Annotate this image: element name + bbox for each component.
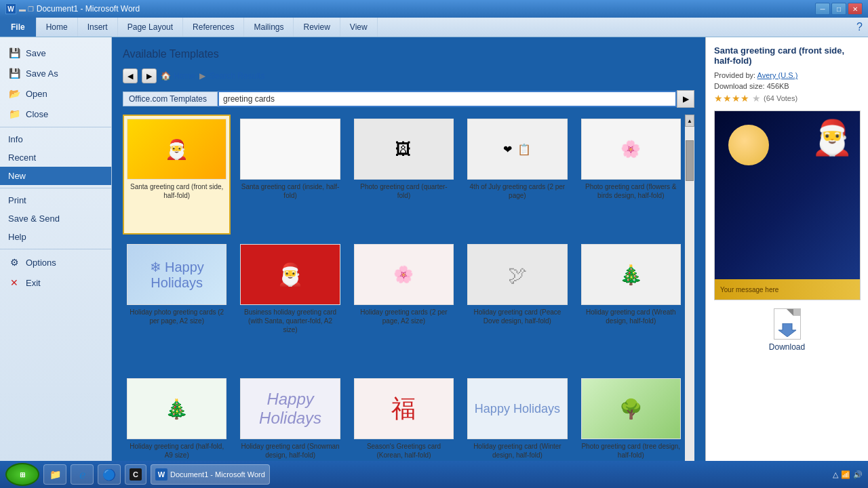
tab-references[interactable]: References (183, 18, 244, 37)
votes-label: (64 Votes) (764, 94, 797, 102)
taskbar-word[interactable]: W Document1 - Microsoft Word (151, 464, 270, 485)
template-label-july-4th: 4th of July greeting cards (2 per page) (467, 182, 567, 200)
scroll-up-button[interactable]: ▲ (685, 115, 694, 127)
download-icon (774, 308, 801, 340)
template-item-peace-dove[interactable]: 🕊 Holiday greeting card (Peace Dove desi… (463, 240, 571, 369)
download-label: Download (769, 342, 805, 352)
template-item-business-holiday[interactable]: 🎅 Business holiday greeting card (with S… (236, 240, 344, 369)
search-button[interactable]: ▶ (677, 90, 694, 108)
nav-back-button[interactable]: ◀ (123, 68, 138, 83)
template-item-santa-inside[interactable]: Santa greeting card (inside, half-fold) (236, 115, 344, 235)
tab-file[interactable]: File (0, 18, 37, 37)
title-bar-title: Document1 - Microsoft Word (37, 4, 140, 14)
template-label-korean: Season's Greetings card (Korean, half-fo… (354, 442, 454, 460)
template-thumb-santa-front: 🎅 (127, 119, 226, 180)
sidebar-item-exit[interactable]: ✕ Exit (0, 272, 111, 293)
template-item-holiday-2pp[interactable]: 🌸 Holiday greeting cards (2 per page, A2… (350, 240, 458, 369)
sidebar-item-save-as[interactable]: 💾 Save As (0, 63, 111, 83)
sidebar-item-info[interactable]: Info (0, 130, 111, 148)
sidebar-item-open[interactable]: 📂 Open (0, 83, 111, 104)
template-thumb-business-holiday: 🎅 (240, 244, 340, 305)
tray-arrow[interactable]: △ (833, 470, 838, 479)
provider-link[interactable]: Avery (U.S.) (757, 71, 798, 79)
sidebar-item-help[interactable]: Help (0, 228, 111, 246)
template-label-photo-tree: Photo greeting card (tree design, half-f… (581, 442, 681, 460)
tab-mailings[interactable]: Mailings (244, 18, 294, 37)
preview-santa-icon: 🎅 (811, 118, 853, 157)
template-label-peace-dove: Holiday greeting card (Peace Dove design… (467, 308, 567, 325)
template-item-wreath[interactable]: 🎄 Holiday greeting card (Wreath design, … (577, 240, 685, 369)
taskbar-ie[interactable]: ℯ (71, 464, 94, 485)
template-label-photo-flowers: Photo greeting card (flowers & birds des… (581, 182, 681, 200)
card-preview: 🎅 Happy Holidays Your message here (714, 110, 861, 300)
template-thumb-photo-tree: 🌳 (581, 378, 681, 439)
nav-bar: ◀ ▶ 🏠 Home ▶ Search Results (123, 68, 694, 83)
maximize-button[interactable]: □ (831, 3, 846, 15)
taskbar-explorer[interactable]: 📁 (43, 464, 66, 485)
close-button[interactable]: ✕ (848, 3, 863, 15)
taskbar-chrome[interactable]: 🔵 (98, 464, 121, 485)
sidebar-item-print[interactable]: Print (0, 191, 111, 209)
sidebar-item-save-send[interactable]: Save & Send (0, 209, 111, 228)
taskbar: ⊞ 📁 ℯ 🔵 C W Document1 - Microsoft Word △… (0, 461, 868, 488)
template-label-winter: Holiday greeting card (Winter design, ha… (467, 442, 567, 460)
sidebar-item-new[interactable]: New (0, 167, 111, 185)
rating-star-empty: ★ (752, 93, 761, 104)
template-item-photo-quarter[interactable]: 🖼 Photo greeting card (quarter-fold) (350, 115, 458, 235)
template-thumb-photo-quarter: 🖼 (354, 119, 454, 180)
templates-panel: Available Templates ◀ ▶ 🏠 Home ▶ Search … (112, 37, 705, 488)
sidebar-item-save[interactable]: 💾 Save (0, 43, 111, 63)
sidebar: 💾 Save 💾 Save As 📂 Open 📁 Close Info Rec… (0, 37, 112, 488)
save-icon: 💾 (8, 47, 20, 59)
nav-results: Search Results (210, 71, 264, 81)
tab-view[interactable]: View (340, 18, 378, 37)
preview-santa-card: 🎅 Happy Holidays Your message here (715, 111, 860, 300)
scroll-thumb[interactable] (686, 140, 694, 181)
minimize-button[interactable]: ─ (815, 3, 830, 15)
template-thumb-holiday-2pp: 🌸 (354, 244, 454, 305)
template-thumb-snowman: Happy Holidays (240, 378, 340, 439)
search-area: Office.com Templates ▶ (123, 90, 694, 108)
panel-title: Available Templates (123, 48, 694, 60)
preview-message-bar: Your message here (715, 279, 860, 300)
help-icon[interactable]: ? (856, 21, 863, 33)
sidebar-item-recent[interactable]: Recent (0, 148, 111, 167)
template-item-holiday-photo[interactable]: ❄ Happy Holidays Holiday photo greeting … (123, 240, 231, 369)
download-arrow-icon (777, 323, 797, 337)
chrome-icon: 🔵 (102, 468, 116, 481)
main-layout: 💾 Save 💾 Save As 📂 Open 📁 Close Info Rec… (0, 37, 868, 488)
search-input[interactable] (218, 91, 677, 107)
taskbar-right: △ 📶 🔊 (833, 470, 863, 479)
template-grid: 🎅 Santa greeting card (front side, half-… (123, 115, 685, 488)
open-icon: 📂 (8, 87, 20, 100)
template-thumb-santa-inside (240, 119, 340, 180)
download-button[interactable]: Download (714, 308, 860, 352)
tab-home[interactable]: Home (37, 18, 78, 37)
sidebar-item-options[interactable]: ⚙ Options (0, 252, 111, 272)
sidebar-item-close[interactable]: 📁 Close (0, 104, 111, 124)
nav-home-button[interactable]: 🏠 Home (161, 71, 195, 81)
sidebar-divider-3 (0, 249, 111, 249)
sidebar-divider-1 (0, 127, 111, 127)
template-item-july-4th[interactable]: ❤ 📋 4th of July greeting cards (2 per pa… (463, 115, 571, 235)
tray-sound-icon: 🔊 (853, 470, 863, 479)
c-app-icon: C (130, 468, 142, 481)
taskbar-word-label: Document1 - Microsoft Word (170, 470, 265, 479)
template-item-santa-front[interactable]: 🎅 Santa greeting card (front side, half-… (123, 115, 231, 235)
tray-network-icon: 📶 (841, 470, 850, 479)
template-item-photo-flowers[interactable]: 🌸 Photo greeting card (flowers & birds d… (577, 115, 685, 235)
tab-insert[interactable]: Insert (78, 18, 118, 37)
template-label-holiday-photo: Holiday photo greeting cards (2 per page… (127, 308, 226, 325)
title-bar-controls[interactable]: ─ □ ✕ (815, 3, 863, 15)
template-thumb-photo-flowers: 🌸 (581, 119, 681, 180)
taskbar-c-app[interactable]: C (125, 464, 146, 485)
nav-forward-button[interactable]: ▶ (142, 68, 157, 83)
svg-marker-0 (778, 323, 796, 337)
tab-page-layout[interactable]: Page Layout (118, 18, 183, 37)
start-button[interactable]: ⊞ (5, 463, 39, 486)
word-taskbar-icon: W (155, 468, 167, 481)
scroll-bar[interactable]: ▲ ▼ (685, 115, 694, 488)
tab-review[interactable]: Review (294, 18, 340, 37)
sys-tray: △ 📶 🔊 (833, 470, 863, 479)
explorer-icon: 📁 (48, 468, 62, 481)
